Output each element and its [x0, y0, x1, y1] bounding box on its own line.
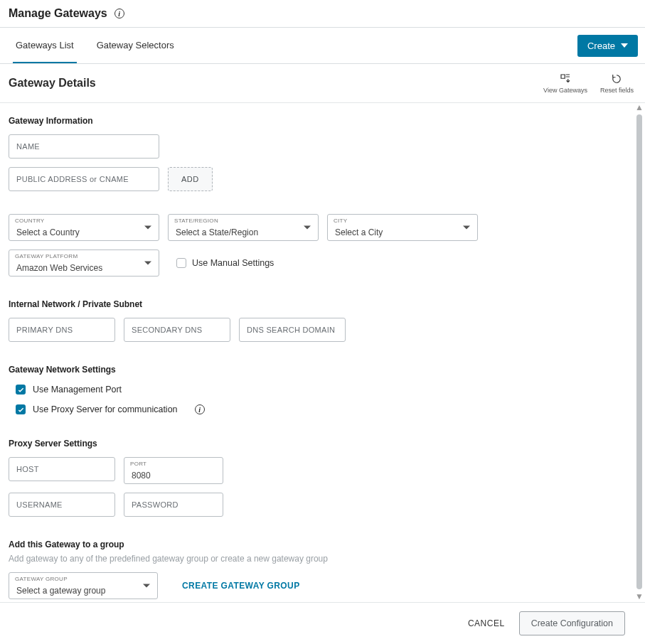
create-gateway-group-link[interactable]: CREATE GATEWAY GROUP — [182, 581, 300, 591]
chevron-down-icon — [144, 226, 151, 230]
proxy-password-field[interactable] — [124, 493, 223, 517]
public-address-field[interactable] — [9, 167, 159, 191]
scroll-thumb[interactable] — [636, 114, 642, 589]
section-group-sub: Add gateway to any of the predefined gat… — [9, 554, 624, 564]
view-gateways-label: View Gateways — [543, 87, 587, 94]
tab-label: Gateway Selectors — [97, 40, 174, 50]
public-address-input[interactable] — [9, 168, 159, 190]
section-gateway-info: Gateway Information — [9, 116, 624, 126]
section-internal-network: Internal Network / Private Subnet — [9, 299, 624, 309]
chevron-down-icon — [304, 226, 311, 230]
section-gateway-network: Gateway Network Settings — [9, 365, 624, 375]
use-proxy-checkbox[interactable]: Use Proxy Server for communication i — [16, 404, 624, 414]
details-title: Gateway Details — [9, 77, 96, 90]
use-proxy-label: Use Proxy Server for communication — [33, 404, 178, 414]
proxy-host-field[interactable] — [9, 457, 115, 481]
footer: CANCEL Create Configuration — [0, 602, 645, 644]
platform-select[interactable]: GATEWAY PLATFORM Amazon Web Services — [9, 249, 159, 277]
gateway-group-select[interactable]: GATEWAY GROUP Select a gateway group — [9, 572, 158, 599]
tabs: Gateways List Gateway Selectors — [0, 28, 194, 63]
city-select[interactable]: CITY Select a City — [327, 214, 478, 241]
form-scroll-area: Gateway Information ADD COUNTRY Select a… — [0, 103, 632, 601]
checkbox-unchecked-icon — [176, 258, 186, 268]
info-icon[interactable]: i — [114, 9, 124, 18]
chevron-down-icon — [143, 584, 150, 588]
add-button[interactable]: ADD — [168, 167, 213, 191]
page-header: Manage Gateways i — [0, 0, 645, 24]
secondary-dns-field[interactable] — [124, 318, 230, 342]
chevron-down-icon — [144, 262, 151, 265]
section-group: Add this Gateway to a group — [9, 540, 624, 549]
state-select[interactable]: STATE/REGION Select a State/Region — [168, 214, 319, 241]
tab-bar: Gateways List Gateway Selectors Create — [0, 27, 645, 64]
view-gateways-action[interactable]: View Gateways — [543, 73, 587, 94]
use-management-port-checkbox[interactable]: Use Management Port — [16, 385, 624, 395]
tab-label: Gateways List — [16, 40, 74, 50]
checkbox-checked-icon — [16, 404, 26, 414]
form-body: Gateway Information ADD COUNTRY Select a… — [0, 103, 645, 601]
scroll-down-icon[interactable]: ▼ — [635, 592, 644, 601]
country-label: COUNTRY — [15, 218, 45, 224]
chevron-down-icon — [463, 226, 470, 230]
page-title: Manage Gateways — [9, 7, 107, 20]
port-label: PORT — [130, 461, 146, 467]
proxy-username-input[interactable] — [9, 493, 114, 516]
chevron-down-icon — [621, 43, 628, 48]
create-button[interactable]: Create — [577, 35, 638, 57]
proxy-port-field[interactable]: PORT — [124, 457, 223, 484]
reset-icon — [610, 73, 623, 85]
scrollbar[interactable]: ▲ ▼ — [635, 103, 644, 601]
primary-dns-field[interactable] — [9, 318, 115, 342]
create-button-label: Create — [587, 41, 615, 51]
dns-search-field[interactable] — [239, 318, 346, 342]
primary-dns-input[interactable] — [9, 318, 114, 341]
checkbox-checked-icon — [16, 385, 26, 395]
reset-fields-action[interactable]: Reset fields — [600, 73, 634, 94]
city-value: Select a City — [328, 215, 477, 240]
scroll-up-icon[interactable]: ▲ — [635, 103, 644, 112]
manual-settings-label: Use Manual Settings — [192, 258, 274, 268]
proxy-host-input[interactable] — [9, 458, 114, 481]
tab-gateways-list[interactable]: Gateways List — [13, 28, 77, 63]
state-label: STATE/REGION — [174, 218, 218, 224]
details-header: Gateway Details View Gateways Reset fiel… — [0, 64, 645, 103]
tab-gateway-selectors[interactable]: Gateway Selectors — [94, 28, 177, 63]
manual-settings-checkbox[interactable]: Use Manual Settings — [176, 258, 274, 268]
country-select[interactable]: COUNTRY Select a Country — [9, 214, 159, 241]
platform-label: GATEWAY PLATFORM — [15, 253, 78, 259]
proxy-username-field[interactable] — [9, 493, 115, 517]
reset-fields-label: Reset fields — [600, 87, 634, 94]
info-icon[interactable]: i — [195, 404, 205, 414]
header-actions: View Gateways Reset fields — [543, 73, 634, 94]
proxy-password-input[interactable] — [124, 493, 223, 516]
view-gateways-icon — [559, 73, 572, 85]
secondary-dns-input[interactable] — [124, 318, 230, 341]
use-management-port-label: Use Management Port — [33, 385, 122, 395]
create-configuration-button[interactable]: Create Configuration — [519, 611, 625, 635]
name-input[interactable] — [9, 135, 159, 158]
cancel-button[interactable]: CANCEL — [468, 618, 505, 628]
section-proxy: Proxy Server Settings — [9, 439, 624, 449]
dns-search-input[interactable] — [240, 318, 345, 341]
city-label: CITY — [334, 218, 347, 224]
gateway-group-label: GATEWAY GROUP — [15, 576, 68, 582]
name-field[interactable] — [9, 134, 159, 159]
